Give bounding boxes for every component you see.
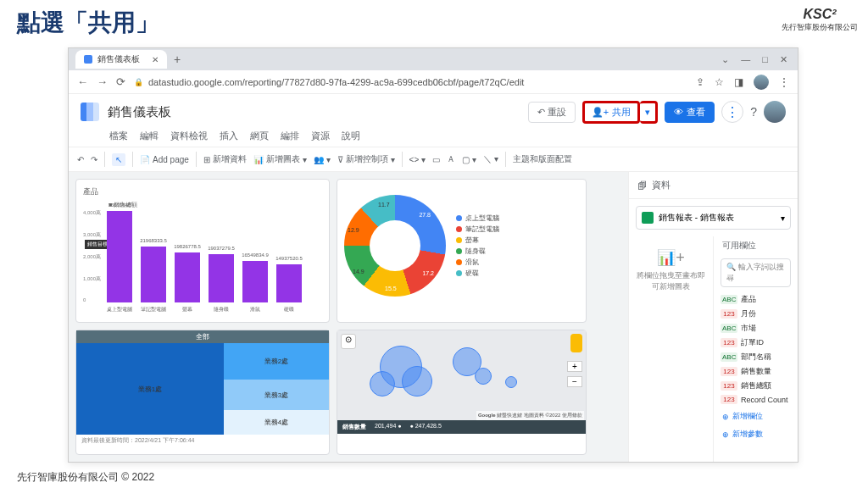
select-tool[interactable]: ↖	[112, 153, 125, 166]
undo-button[interactable]: ↶	[77, 155, 84, 164]
line-button[interactable]: ＼ ▾	[483, 153, 498, 165]
share-dropdown[interactable]: ▾	[640, 101, 658, 124]
user-avatar[interactable]	[764, 101, 786, 123]
bar-chart[interactable]: 產品 ■ 銷售總額 4,000萬3,000萬2,000萬1,000萬0 銷售目標…	[75, 179, 330, 323]
menu-edit[interactable]: 編輯	[140, 130, 159, 147]
treemap-chart[interactable]: 全部 業務1處 業務2處 業務3處 業務4處 資料最後更新時間：2022/4/2…	[75, 330, 330, 455]
data-panel: 🗐資料 銷售報表 - 銷售報表 ▾ 📊+ 將欄位拖曳至畫布即可新增圖表 可用欄位…	[628, 172, 798, 462]
profile-avatar[interactable]	[754, 75, 769, 90]
text-button[interactable]: Ａ	[447, 153, 455, 165]
back-button[interactable]: ←	[77, 75, 88, 88]
url-input[interactable]: 🔒 datastudio.google.com/reporting/77827d…	[134, 77, 687, 87]
menu-bar: 檔案 編輯 資料檢視 插入 網頁 編排 資源 說明	[69, 130, 798, 147]
share-url-icon[interactable]: ⇪	[696, 76, 704, 88]
theme-button[interactable]: 主題和版面配置	[513, 153, 572, 165]
data-icon: 🗐	[637, 180, 647, 191]
field-item[interactable]: ABC部門名稱	[721, 350, 791, 364]
field-item[interactable]: 123銷售總額	[721, 379, 791, 393]
reload-button[interactable]: ⟳	[116, 75, 125, 88]
minimize-button[interactable]: —	[741, 54, 750, 65]
menu-icon[interactable]: ⋮	[779, 76, 789, 88]
maximize-button[interactable]: □	[762, 54, 768, 65]
ksc-logo: KSC² 先行智庫股份有限公司	[782, 7, 858, 33]
menu-file[interactable]: 檔案	[109, 130, 128, 147]
add-chart-button[interactable]: 📊 新增圖表 ▾	[253, 153, 307, 165]
reset-button[interactable]: ↶ 重設	[528, 102, 576, 123]
shape-button[interactable]: ▢ ▾	[462, 155, 476, 164]
footer-copyright: 先行智庫股份有限公司 © 2022	[17, 470, 154, 485]
star-icon[interactable]: ☆	[715, 76, 724, 88]
donut: 27.8 17.2 15.5 14.9 12.9 11.7	[344, 195, 446, 297]
field-item[interactable]: 123月份	[721, 307, 791, 321]
toolbar: ↶ ↷ ↖ 📄 Add page ⊞ 新增資料 📊 新增圖表 ▾ 👥 ▾ ⊽ 新…	[69, 147, 798, 172]
drop-area[interactable]: 📊+ 將欄位拖曳至畫布即可新增圖表	[629, 236, 713, 304]
add-page-button[interactable]: 📄 Add page	[140, 155, 189, 164]
lock-icon: 🔒	[134, 78, 143, 86]
field-item[interactable]: 123訂單ID	[721, 336, 791, 350]
image-button[interactable]: ▭	[432, 155, 440, 164]
menu-view[interactable]: 資料檢視	[170, 130, 208, 147]
app-header: 銷售儀表板 ↶ 重設 👤+ 共用 ▾ 👁 查看 ⋮ ?	[69, 94, 798, 130]
share-button[interactable]: 👤+ 共用	[582, 101, 640, 124]
add-field-link[interactable]: ⊕ 新增欄位	[714, 408, 798, 425]
menu-page[interactable]: 網頁	[250, 130, 269, 147]
eye-icon: 👁	[674, 107, 683, 117]
data-source-select[interactable]: 銷售報表 - 銷售報表 ▾	[636, 206, 791, 230]
sheets-icon	[642, 212, 654, 224]
field-item[interactable]: 123Record Count	[721, 393, 791, 406]
person-add-icon: 👤+	[592, 107, 609, 118]
browser-tab[interactable]: 銷售儀表板 ✕	[75, 50, 167, 69]
community-viz-button[interactable]: 👥 ▾	[314, 155, 331, 164]
location-icon[interactable]: ⊙	[341, 334, 356, 349]
slide-title: 點選「共用」	[17, 7, 159, 39]
zoom-in-button[interactable]: +	[567, 361, 582, 372]
forward-button[interactable]: →	[97, 75, 108, 88]
donut-legend: 桌上型電腦 筆記型電腦 螢幕 隨身碟 滑鼠 硬碟	[456, 212, 499, 280]
datastudio-icon	[84, 55, 92, 64]
canvas[interactable]: 產品 ■ 銷售總額 4,000萬3,000萬2,000萬1,000萬0 銷售目標…	[69, 172, 628, 462]
field-item[interactable]: 123銷售數量	[721, 364, 791, 379]
more-button[interactable]: ⋮	[721, 101, 743, 123]
field-list: ABC產品 123月份 ABC市場 123訂單ID ABC部門名稱 123銷售數…	[714, 291, 798, 408]
pegman-icon[interactable]	[570, 334, 582, 352]
datastudio-logo[interactable]	[81, 103, 99, 121]
add-param-link[interactable]: ⊕ 新增參數	[714, 425, 798, 443]
donut-chart[interactable]: 27.8 17.2 15.5 14.9 12.9 11.7 桌上型電腦 筆記型電…	[337, 179, 587, 323]
field-search[interactable]: 🔍 輸入字詞以搜尋	[721, 258, 791, 287]
menu-arrange[interactable]: 編排	[281, 130, 299, 147]
tab-bar: 銷售儀表板 ✕ + ⌄ — □ ✕	[69, 48, 798, 70]
close-button[interactable]: ✕	[780, 54, 787, 65]
url-bar: ← → ⟳ 🔒 datastudio.google.com/reporting/…	[69, 70, 798, 94]
menu-resource[interactable]: 資源	[311, 130, 330, 147]
menu-insert[interactable]: 插入	[220, 130, 238, 147]
add-data-button[interactable]: ⊞ 新增資料	[203, 153, 247, 165]
browser-window: 銷售儀表板 ✕ + ⌄ — □ ✕ ← → ⟳ 🔒 datastudio.goo…	[68, 47, 798, 463]
new-tab-button[interactable]: +	[174, 53, 181, 66]
help-icon[interactable]: ?	[750, 105, 757, 119]
map-stats: 銷售數量 201,494 ● ● 247,428.5	[337, 420, 586, 434]
close-icon[interactable]: ✕	[152, 55, 159, 64]
timestamp: 資料最後更新時間：2022/4/21 下午7:06:44	[76, 435, 329, 446]
zoom-out-button[interactable]: −	[567, 376, 582, 387]
extensions-icon[interactable]: ◨	[734, 76, 743, 88]
report-title[interactable]: 銷售儀表板	[108, 104, 171, 120]
url-embed-button[interactable]: <> ▾	[409, 155, 426, 164]
view-button[interactable]: 👁 查看	[665, 102, 715, 123]
redo-button[interactable]: ↷	[91, 155, 97, 164]
field-item[interactable]: ABC產品	[721, 292, 791, 307]
add-chart-icon: 📊+	[636, 248, 706, 267]
menu-help[interactable]: 說明	[342, 130, 360, 147]
map-chart[interactable]: ⊙ + − Google 鍵盤快速鍵 地圖資料 ©2022 使用條款 銷售數量 …	[337, 330, 587, 455]
field-item[interactable]: ABC市場	[721, 321, 791, 336]
add-control-button[interactable]: ⊽ 新增控制項 ▾	[337, 153, 395, 165]
caret-down-icon[interactable]: ⌄	[721, 54, 729, 65]
